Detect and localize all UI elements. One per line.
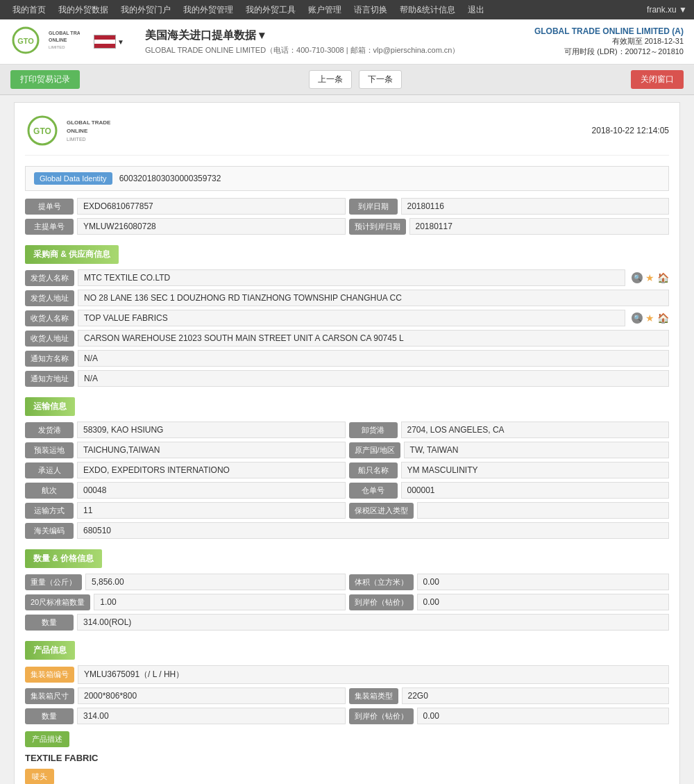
shipper-star-icon[interactable]: ★ xyxy=(645,272,654,283)
consignee-search-icon[interactable]: 🔍 xyxy=(632,312,643,324)
transport-mode-row: 运输方式 11 保税区进入类型 xyxy=(25,502,669,522)
container-size-row: 集装箱尺寸 2000*806*800 xyxy=(25,687,346,704)
next-button[interactable]: 下一条 xyxy=(359,70,402,89)
product-container-no-row: 集装箱编号 YMLU3675091（/ L / HH） xyxy=(25,665,669,684)
container-size-label: 集装箱尺寸 xyxy=(25,688,74,704)
voyage-container-row: 航次 00048 仓单号 000001 xyxy=(25,482,669,502)
container-type-label: 集装箱类型 xyxy=(349,688,398,704)
dest-port-value: 2704, LOS ANGELES, CA xyxy=(401,422,670,438)
top-navigation: 我的首页 我的外贸数据 我的外贸门户 我的外贸管理 我的外贸工具 账户管理 语言… xyxy=(0,0,694,19)
master-bill-value: YMLUW216080728 xyxy=(77,218,346,235)
shipper-addr-label: 发货人地址 xyxy=(25,290,74,306)
close-button[interactable]: 关闭窗口 xyxy=(631,70,684,89)
nav-help[interactable]: 帮助&统计信息 xyxy=(394,1,461,19)
page-title: 美国海关进口提单数据 ▾ xyxy=(145,28,534,43)
quantity-price-section: 数量 & 价格信息 重量（公斤） 5,856.00 体积（立方米） 0.00 2… xyxy=(25,542,669,631)
origin-country-value: TW, TAIWAN xyxy=(404,442,669,458)
flag-area[interactable]: ▼ xyxy=(94,35,124,49)
consignee-star-icon[interactable]: ★ xyxy=(645,312,654,324)
nav-home[interactable]: 我的首页 xyxy=(7,1,51,19)
load-place-label: 预装运地 xyxy=(25,442,74,458)
master-bill-no-row: 主提单号 YMLUW216080728 xyxy=(25,218,346,235)
container-no-value: 000001 xyxy=(401,482,670,499)
notify-addr-label: 通知方地址 xyxy=(25,371,74,387)
nav-management[interactable]: 我的外贸管理 xyxy=(178,1,239,19)
validity-date: 有效期至 2018-12-31 xyxy=(534,36,684,47)
data-identity-row: Global Data Identity 6003201803030000359… xyxy=(25,166,669,191)
product-qty-value: 314.00 xyxy=(77,708,346,724)
svg-text:LIMITED: LIMITED xyxy=(67,137,86,142)
print-button[interactable]: 打印贸易记录 xyxy=(10,70,80,89)
product-container-no-label: 集装箱编号 xyxy=(25,667,74,683)
product-unit-price-label: 到岸价（钻价） xyxy=(349,708,414,724)
nav-portal[interactable]: 我的外贸门户 xyxy=(115,1,176,19)
bondzone-row: 保税区进入类型 xyxy=(349,502,670,519)
nav-logout[interactable]: 退出 xyxy=(462,1,490,19)
container20-price-row: 20尺标准箱数量 1.00 到岸价（钻价） 0.00 xyxy=(25,594,669,614)
master-bill-row: 主提单号 YMLUW216080728 预计到岸日期 20180117 xyxy=(25,218,669,238)
notify-name-label: 通知方名称 xyxy=(25,351,74,367)
arrival-price-label: 到岸价（钻价） xyxy=(349,594,414,610)
container20-label: 20尺标准箱数量 xyxy=(25,594,90,610)
transport-mode-label: 运输方式 xyxy=(25,503,74,519)
transport-section: 运输信息 发货港 58309, KAO HSIUNG 卸货港 2704, LOS… xyxy=(25,390,669,539)
bill-no-label: 提单号 xyxy=(25,199,74,215)
notify-name-value: N/A xyxy=(78,350,669,367)
shipper-home-icon[interactable]: 🏠 xyxy=(657,272,669,283)
product-unit-price-value: 0.00 xyxy=(417,708,670,724)
voyage-label: 航次 xyxy=(25,483,74,499)
consignee-addr-label: 收货人地址 xyxy=(25,331,74,347)
document-header: GTO GLOBAL TRADE ONLINE LIMITED 2018-10-… xyxy=(25,113,669,156)
customs-code-value: 680510 xyxy=(77,522,669,539)
voyage-value: 00048 xyxy=(77,482,346,499)
container-no-label: 仓单号 xyxy=(349,483,398,499)
dest-port-row: 卸货港 2704, LOS ANGELES, CA xyxy=(349,422,670,438)
estimated-arrival-value: 20180117 xyxy=(409,218,670,235)
user-name[interactable]: frank.xu ▼ xyxy=(647,5,687,15)
origin-country-row: 原产国/地区 TW, TAIWAN xyxy=(349,442,670,458)
product-unit-price-row: 到岸价（钻价） 0.00 xyxy=(349,708,670,724)
nav-account[interactable]: 账户管理 xyxy=(303,1,347,19)
origin-country-label: 原产国/地区 xyxy=(349,442,400,458)
account-info: GLOBAL TRADE ONLINE LIMITED (A) 有效期至 201… xyxy=(534,26,684,57)
buyer-supplier-section: 采购商 & 供应商信息 发货人名称 MTC TEXTILE CO.LTD 🔍 ★… xyxy=(25,238,669,387)
carrier-value: EXDO, EXPEDITORS INTERNATIONO xyxy=(77,462,346,478)
depart-port-value: 58309, KAO HSIUNG xyxy=(77,422,346,438)
prev-button[interactable]: 上一条 xyxy=(309,70,352,89)
page-header: GTO GLOBAL TRADE ONLINE LIMITED ▼ 美国海关进口… xyxy=(0,19,694,65)
product-qty-row: 数量 314.00 xyxy=(25,708,346,724)
shipper-name-value: MTC TEXTILE CO.LTD xyxy=(78,269,625,286)
transport-mode-form-row: 运输方式 11 xyxy=(25,502,346,519)
shipper-search-icon[interactable]: 🔍 xyxy=(632,272,643,283)
nav-items: 我的首页 我的外贸数据 我的外贸门户 我的外贸管理 我的外贸工具 账户管理 语言… xyxy=(7,1,647,19)
company-name: GLOBAL TRADE ONLINE LIMITED (A) xyxy=(534,26,684,36)
shipper-addr-row: 发货人地址 NO 28 LANE 136 SEC 1 DOUZHONG RD T… xyxy=(25,290,669,306)
consignee-home-icon[interactable]: 🏠 xyxy=(657,312,669,324)
nav-trade-data[interactable]: 我的外贸数据 xyxy=(53,1,114,19)
load-place-row: 预装运地 TAICHUNG,TAIWAN xyxy=(25,442,346,458)
voyage-row: 航次 00048 xyxy=(25,482,346,499)
port-row: 发货港 58309, KAO HSIUNG 卸货港 2704, LOS ANGE… xyxy=(25,422,669,442)
container-type-row: 集装箱类型 22G0 xyxy=(349,687,670,704)
svg-text:GLOBAL TRADE: GLOBAL TRADE xyxy=(67,119,111,126)
notify-name-row: 通知方名称 N/A xyxy=(25,350,669,367)
nav-tools[interactable]: 我的外贸工具 xyxy=(240,1,301,19)
volume-label: 体积（立方米） xyxy=(349,574,414,590)
estimated-arrival-label: 预计到岸日期 xyxy=(349,219,406,235)
nav-language[interactable]: 语言切换 xyxy=(348,1,393,19)
document-timestamp: 2018-10-22 12:14:05 xyxy=(592,126,669,135)
logo-area: GTO GLOBAL TRADE ONLINE LIMITED xyxy=(10,25,94,58)
data-identity-value: 6003201803030000359732 xyxy=(119,174,221,183)
consignee-name-label: 收货人名称 xyxy=(25,310,74,326)
product-container-no-value: YMLU3675091（/ L / HH） xyxy=(78,665,669,684)
depart-port-row: 发货港 58309, KAO HSIUNG xyxy=(25,422,346,438)
depart-port-label: 发货港 xyxy=(25,422,74,438)
arrival-date-value: 20180116 xyxy=(401,198,670,215)
estimated-arrival-row: 预计到岸日期 20180117 xyxy=(349,218,670,235)
shipper-addr-value: NO 28 LANE 136 SEC 1 DOUZHONG RD TIANZHO… xyxy=(78,290,669,306)
marks-container: 唛头 -- PLS SEE ATTACHED LIST -- xyxy=(25,769,669,784)
shipper-name-label: 发货人名称 xyxy=(25,270,74,286)
shipper-action-icons: 🔍 ★ 🏠 xyxy=(632,272,669,283)
transport-header: 运输信息 xyxy=(25,397,75,416)
dest-port-label: 卸货港 xyxy=(349,422,398,438)
